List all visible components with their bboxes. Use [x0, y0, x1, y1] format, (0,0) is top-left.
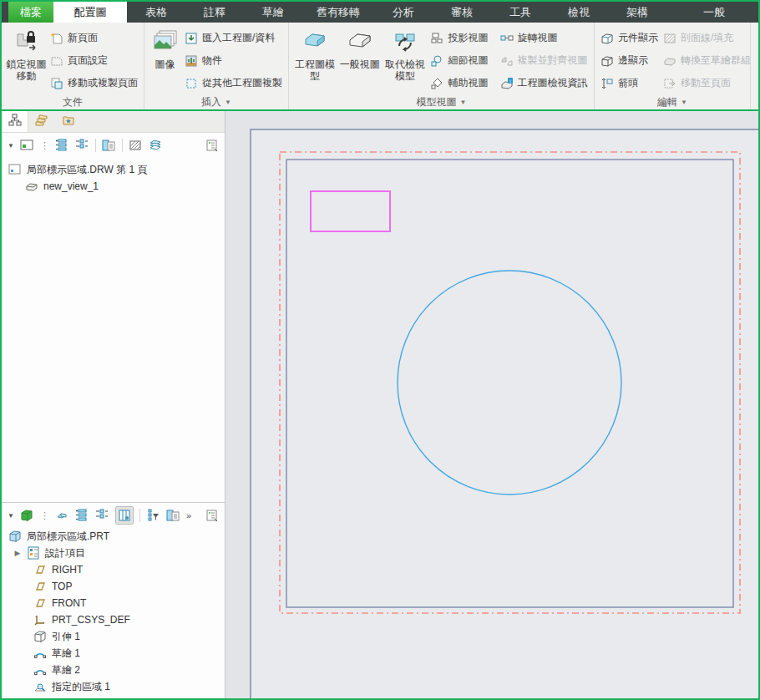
tab-annotate[interactable]: 註釋 — [185, 2, 244, 23]
move-or-copy-sheet-button[interactable]: 移動或複製頁面 — [48, 72, 140, 94]
tab-layout[interactable]: 配置圖 — [53, 2, 127, 23]
import-drawing-data-button[interactable]: 匯入工程圖/資料 — [182, 27, 285, 49]
tree-row-sketch-2[interactable]: 草繪 2 — [2, 662, 225, 678]
expander-icon[interactable]: ▶ — [13, 549, 22, 557]
folder-browser-tab[interactable] — [28, 111, 55, 132]
move-to-sheet-icon — [663, 77, 676, 90]
import-drawing-data-label: 匯入工程圖/資料 — [202, 31, 275, 45]
tab-view[interactable]: 檢視 — [550, 2, 608, 23]
tree-row-extrude-1[interactable]: 引伸 1 — [2, 628, 225, 645]
image-button[interactable]: 圖像 — [148, 24, 182, 94]
component-display-label: 元件顯示 — [618, 31, 658, 45]
navigator-tab-strip — [2, 111, 225, 133]
tree-columns-icon[interactable] — [102, 139, 116, 153]
component-display-button[interactable]: 元件顯示 — [598, 27, 661, 49]
tree-filter-icon[interactable] — [146, 509, 160, 523]
tab-review[interactable]: 審核 — [433, 2, 491, 23]
tree-settings-icon[interactable] — [205, 139, 219, 153]
drawing-sheet-icon — [8, 163, 22, 176]
drawing-models-label: 工程圖模型 — [292, 58, 337, 82]
model-tree-settings-icon[interactable] — [205, 509, 219, 523]
tree-row-drawing-sheet[interactable]: 局部標示區域.DRW 第 1 頁 — [2, 161, 225, 178]
expand-all-icon[interactable] — [75, 509, 89, 523]
object-button[interactable]: 物件 — [182, 49, 285, 72]
tab-general[interactable]: 一般 — [685, 2, 743, 23]
tree-row-sketch-1[interactable]: 草繪 1 — [2, 645, 225, 662]
revolved-view-button[interactable]: 旋轉視圖 — [498, 27, 590, 49]
model-tree-tab[interactable] — [2, 111, 28, 132]
tab-analysis[interactable]: 分析 — [374, 2, 433, 23]
auxiliary-view-icon — [430, 77, 443, 90]
tab-table[interactable]: 表格 — [127, 2, 185, 23]
tab-framework[interactable]: 架構 — [608, 2, 666, 23]
drawing-canvas — [225, 111, 758, 698]
tab-file[interactable]: 檔案 — [8, 2, 53, 23]
image-icon — [151, 28, 180, 56]
sketch-2-label: 草繪 2 — [52, 663, 80, 677]
model-tree-toolbar: ▼ ⋮ — [2, 503, 225, 528]
general-view-button[interactable]: 一般視圖 — [337, 24, 383, 94]
tab-tools[interactable]: 工具 — [491, 2, 550, 23]
coordinate-system-icon — [33, 613, 47, 626]
edit-group-label[interactable]: 編輯▼ — [598, 95, 747, 109]
drawing-models-button[interactable]: 工程圖模型 — [292, 24, 337, 94]
active-model-icon[interactable] — [20, 509, 34, 523]
replace-view-model-button[interactable]: 取代檢視模型 — [383, 24, 428, 94]
show-columns-icon[interactable] — [115, 506, 134, 525]
tree-row-plane-right[interactable]: RIGHT — [2, 561, 225, 578]
sketch-1-label: 草繪 1 — [52, 647, 80, 661]
tree-row-design-items[interactable]: ▶ 設計項目 — [2, 545, 225, 561]
tab-legacy-migration[interactable]: 舊有移轉 — [302, 2, 374, 23]
lock-view-move-button[interactable]: 鎖定視圖移動 — [5, 24, 48, 94]
favorites-tab[interactable] — [55, 111, 82, 132]
convert-to-sketch-group-button[interactable]: 轉換至草繪群組 — [661, 49, 747, 72]
ribbon-group-edit: 元件顯示 邊顯示 — [595, 23, 751, 109]
tree-options-dropdown-icon[interactable]: ▼ — [8, 142, 14, 150]
new-sheet-label: 新頁面 — [68, 31, 98, 45]
view-manager-icon[interactable] — [55, 509, 69, 523]
tree-row-csys[interactable]: PRT_CSYS_DEF — [2, 611, 225, 628]
tab-sketch[interactable]: 草繪 — [244, 2, 302, 23]
drawing-view-label: new_view_1 — [43, 180, 99, 192]
new-sheet-button[interactable]: 新頁面 — [48, 27, 140, 49]
detailed-view-icon — [430, 54, 443, 68]
model-tree-options-dropdown-icon[interactable]: ▼ — [8, 512, 14, 520]
tree-row-plane-top[interactable]: TOP — [2, 578, 225, 595]
tree-row-plane-front[interactable]: FRONT — [2, 595, 225, 611]
navigator-panel: ▼ ⋮ — [2, 111, 225, 698]
arrows-button[interactable]: 箭頭 — [598, 72, 661, 94]
tree-columns-icon[interactable] — [166, 509, 180, 523]
drawing-view-info-button[interactable]: i 工程圖檢視資訊 — [498, 72, 590, 94]
copy-from-other-drawing-button[interactable]: 從其他工程圖複製 — [182, 72, 285, 94]
tree-row-specified-area-1[interactable]: 指定的區域 1 — [2, 678, 225, 695]
hatching-fill-button[interactable]: 剖面線/填充 — [661, 27, 747, 49]
drawing-view-icon — [25, 180, 38, 193]
plane-right-label: RIGHT — [52, 564, 83, 576]
auxiliary-view-button[interactable]: 輔助視圖 — [428, 72, 497, 94]
move-to-sheet-button[interactable]: 移動至頁面 — [661, 72, 747, 94]
layers-icon[interactable] — [149, 139, 163, 153]
object-icon — [185, 54, 198, 68]
hatch-display-icon[interactable] — [129, 139, 143, 153]
model-tree-kebab-icon[interactable]: ⋮ — [40, 510, 49, 521]
toolbar-overflow-icon[interactable]: » — [186, 510, 191, 520]
csys-label: PRT_CSYS_DEF — [52, 614, 130, 626]
tree-row-part[interactable]: 局部標示區域.PRT — [2, 528, 225, 545]
tree-row-view[interactable]: new_view_1 — [2, 178, 225, 195]
model-tree-icon — [8, 114, 22, 130]
plane-front-label: FRONT — [52, 597, 86, 609]
expand-all-icon[interactable] — [55, 139, 69, 153]
collapse-all-icon[interactable] — [75, 139, 89, 153]
edge-display-button[interactable]: 邊顯示 — [598, 49, 661, 72]
insert-group-label[interactable]: 插入▼ — [148, 95, 285, 109]
projection-view-button[interactable]: 投影視圖 — [428, 27, 497, 49]
model-views-group-label[interactable]: 模型視圖▼ — [292, 95, 590, 109]
auxiliary-view-label: 輔助視圖 — [448, 76, 488, 90]
tree-toolbar-kebab-icon[interactable]: ⋮ — [40, 140, 49, 151]
collapse-all-icon[interactable] — [95, 509, 109, 523]
graphics-area[interactable] — [225, 111, 758, 698]
page-setup-button[interactable]: 頁面設定 — [48, 49, 140, 72]
copy-and-align-view-button[interactable]: 複製並對齊視圖 — [498, 49, 590, 72]
detailed-view-button[interactable]: 細節視圖 — [428, 49, 497, 72]
active-window-icon[interactable] — [20, 139, 34, 153]
